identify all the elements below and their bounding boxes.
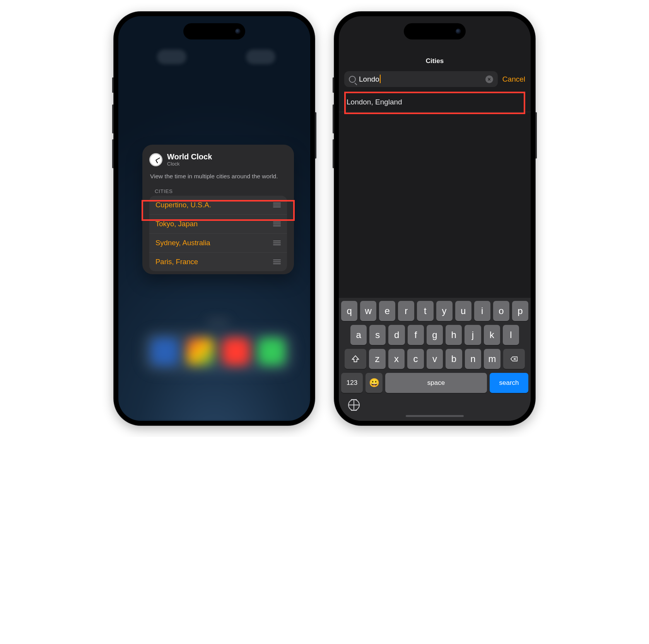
key-a[interactable]: a — [350, 325, 367, 345]
phone-right: Cities Londo × Cancel London, England qw… — [334, 12, 535, 425]
cancel-button[interactable]: Cancel — [502, 75, 525, 84]
key-n[interactable]: n — [465, 349, 482, 369]
city-row-paris[interactable]: Paris, France — [149, 252, 287, 271]
drag-handle-icon[interactable] — [273, 203, 281, 207]
widget-description: View the time in multiple cities around … — [150, 172, 286, 181]
keyboard: qwertyuiop asdfghjkl zxcvbnm 123 😀 space… — [339, 298, 531, 421]
globe-icon — [348, 399, 360, 411]
x-icon: × — [488, 77, 491, 82]
key-e[interactable]: e — [379, 301, 395, 321]
result-label: London, England — [347, 98, 402, 106]
home-dock-blurred — [142, 320, 294, 401]
backspace-icon — [510, 355, 518, 363]
phone-button-silent — [333, 77, 334, 93]
key-s[interactable]: s — [369, 325, 386, 345]
city-label: Cupertino, U.S.A. — [155, 201, 211, 209]
key-u[interactable]: u — [455, 301, 471, 321]
key-t[interactable]: t — [417, 301, 433, 321]
key-q[interactable]: q — [341, 301, 357, 321]
key-d[interactable]: d — [388, 325, 405, 345]
dock-app-2 — [186, 338, 214, 366]
key-f[interactable]: f — [408, 325, 424, 345]
drag-handle-icon[interactable] — [273, 241, 281, 245]
city-row-cupertino[interactable]: Cupertino, U.S.A. — [149, 196, 287, 214]
front-camera — [456, 29, 461, 34]
key-h[interactable]: h — [446, 325, 462, 345]
search-input-text[interactable]: Londo — [359, 75, 381, 84]
key-z[interactable]: z — [369, 349, 386, 369]
text-caret — [380, 75, 381, 83]
space-key[interactable]: space — [385, 373, 487, 393]
key-p[interactable]: p — [512, 301, 528, 321]
phone-button-vol-up — [112, 104, 114, 133]
dynamic-island — [404, 23, 466, 39]
key-g[interactable]: g — [427, 325, 443, 345]
section-header-cities: CITIES — [155, 188, 282, 194]
page-dots — [208, 320, 228, 323]
search-icon — [349, 76, 356, 83]
key-j[interactable]: j — [465, 325, 481, 345]
phone-button-vol-down — [333, 139, 334, 168]
world-clock-widget-settings: World Clock Clock View the time in multi… — [142, 145, 294, 274]
dynamic-island — [183, 23, 245, 39]
dock — [142, 330, 294, 373]
phone-button-silent — [112, 77, 114, 93]
status-pill-right — [246, 50, 275, 64]
status-pill-left — [157, 50, 186, 64]
widget-title: World Clock — [167, 152, 212, 161]
home-indicator — [406, 415, 464, 417]
key-o[interactable]: o — [493, 301, 509, 321]
phone-left: World Clock Clock View the time in multi… — [114, 12, 315, 425]
key-v[interactable]: v — [427, 349, 443, 369]
key-x[interactable]: x — [388, 349, 405, 369]
phone-button-power — [315, 112, 316, 159]
dock-app-1 — [151, 338, 179, 366]
screen-right: Cities Londo × Cancel London, England qw… — [339, 16, 531, 421]
key-b[interactable]: b — [446, 349, 462, 369]
city-label: Sydney, Australia — [155, 239, 210, 247]
widget-subtitle: Clock — [167, 161, 212, 167]
emoji-key[interactable]: 😀 — [365, 373, 383, 393]
key-w[interactable]: w — [360, 301, 376, 321]
numeric-key[interactable]: 123 — [341, 373, 363, 393]
shift-icon — [351, 355, 360, 363]
phone-button-vol-down — [112, 139, 114, 168]
shift-key[interactable] — [345, 349, 366, 369]
key-i[interactable]: i — [474, 301, 490, 321]
search-action-key[interactable]: search — [490, 373, 528, 393]
key-r[interactable]: r — [398, 301, 414, 321]
phone-button-power — [535, 112, 537, 159]
drag-handle-icon[interactable] — [273, 260, 281, 264]
clear-search-button[interactable]: × — [485, 75, 493, 83]
screen-left: World Clock Clock View the time in multi… — [118, 16, 310, 421]
drag-handle-icon[interactable] — [273, 222, 281, 226]
dock-app-4 — [258, 338, 285, 366]
globe-key[interactable] — [348, 399, 360, 411]
clock-icon — [149, 153, 162, 166]
key-k[interactable]: k — [484, 325, 500, 345]
key-c[interactable]: c — [407, 349, 424, 369]
dock-app-3 — [222, 338, 250, 366]
city-label: Paris, France — [155, 258, 198, 266]
city-label: Tokyo, Japan — [155, 220, 198, 228]
backspace-key[interactable] — [503, 349, 525, 369]
phone-button-vol-up — [333, 104, 334, 133]
search-result-london[interactable]: London, England — [339, 92, 531, 112]
search-bar-row: Londo × Cancel — [344, 71, 525, 87]
city-row-sydney[interactable]: Sydney, Australia — [149, 233, 287, 252]
key-y[interactable]: y — [436, 301, 453, 321]
city-list: Cupertino, U.S.A. Tokyo, Japan Sydney, A… — [149, 196, 287, 271]
front-camera — [235, 29, 241, 34]
key-l[interactable]: l — [503, 325, 519, 345]
key-m[interactable]: m — [484, 349, 500, 369]
city-row-tokyo[interactable]: Tokyo, Japan — [149, 214, 287, 233]
search-field[interactable]: Londo × — [344, 71, 498, 87]
